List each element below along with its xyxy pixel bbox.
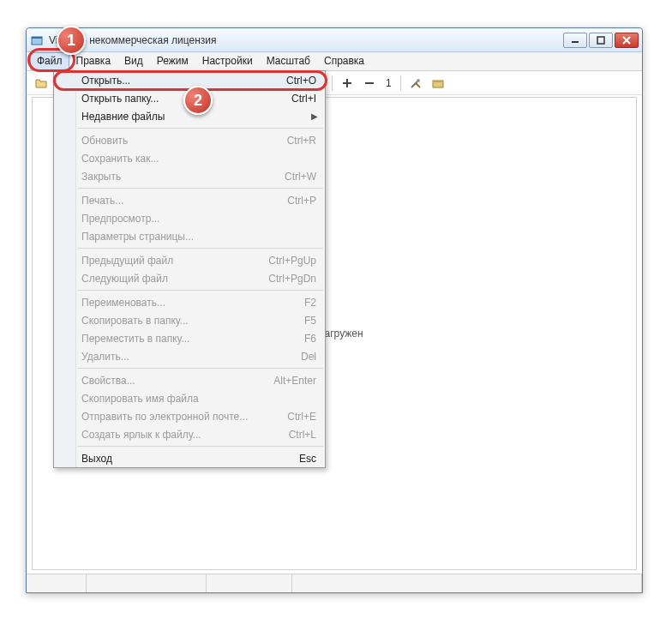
menu-item-label: Переместить в папку... — [81, 333, 304, 345]
menu-item-label: Параметры страницы... — [81, 231, 316, 243]
menu-item: Следующий файлCtrl+PgDn — [54, 269, 325, 287]
menu-item-shortcut: Del — [301, 351, 316, 363]
submenu-arrow-icon: ▶ — [311, 111, 318, 121]
menu-item: ЗакрытьCtrl+W — [54, 167, 325, 185]
menu-item-label: Сохранить как... — [81, 153, 316, 165]
status-cell — [27, 574, 87, 592]
menu-item-label: Печать... — [81, 195, 287, 207]
menu-item-shortcut: Esc — [299, 453, 316, 465]
menu-item: Предыдущий файлCtrl+PgUp — [54, 251, 325, 269]
menubar: ФайлПравкаВидРежимНастройкиМасштабСправк… — [27, 52, 642, 71]
menu-item: Сохранить как... — [54, 149, 325, 167]
menu-item-shortcut: Ctrl+L — [289, 429, 316, 441]
menu-item: Печать...Ctrl+P — [54, 191, 325, 209]
menu-item-label: Скопировать в папку... — [81, 315, 304, 327]
zoom-in-icon[interactable] — [338, 74, 357, 93]
close-button[interactable] — [615, 33, 639, 48]
menu-item: Предпросмотр... — [54, 209, 325, 227]
menu-item-label: Недавние файлы — [81, 111, 316, 123]
status-cell — [292, 574, 642, 592]
menu-файл[interactable]: Файл — [30, 52, 69, 70]
menu-item-shortcut: F5 — [304, 315, 316, 327]
menu-item-shortcut: F6 — [304, 333, 316, 345]
menu-item-shortcut: Ctrl+E — [287, 411, 316, 423]
menu-item: Параметры страницы... — [54, 227, 325, 245]
menu-item-shortcut: Alt+Enter — [273, 375, 316, 387]
menu-item-label: Следующий файл — [81, 273, 268, 285]
toolbar-separator — [332, 75, 333, 91]
menu-separator — [78, 188, 323, 189]
menu-item-label: Предыдущий файл — [81, 255, 268, 267]
zoom-level: 1 — [382, 77, 395, 89]
menu-вид[interactable]: Вид — [117, 52, 150, 70]
menu-item[interactable]: ВыходEsc — [54, 449, 325, 467]
menu-item: Переименовать...F2 — [54, 293, 325, 311]
menu-справка[interactable]: Справка — [317, 52, 371, 70]
menu-separator — [78, 248, 323, 249]
package-icon[interactable] — [429, 74, 447, 93]
menu-item-label: Обновить — [81, 135, 287, 147]
menu-item-label: Отправить по электронной почте... — [81, 411, 287, 423]
toolbar-separator — [400, 75, 401, 91]
menu-item-shortcut: F2 — [304, 297, 316, 309]
window-title: Viewer - некоммерческая лицензия — [49, 34, 563, 46]
menu-item-shortcut: Ctrl+I — [291, 93, 316, 105]
app-icon — [30, 33, 44, 47]
menu-item-label: Открыть... — [81, 75, 286, 87]
menu-separator — [78, 290, 323, 291]
svg-rect-3 — [597, 37, 604, 44]
menu-item-shortcut: Ctrl+R — [287, 135, 316, 147]
svg-line-20 — [416, 83, 420, 87]
menu-режим[interactable]: Режим — [150, 52, 195, 70]
svg-rect-1 — [32, 37, 42, 39]
menu-item[interactable]: Открыть папку...Ctrl+I — [54, 89, 325, 107]
menu-item[interactable]: Открыть...Ctrl+O — [54, 71, 325, 89]
svg-point-19 — [417, 79, 420, 82]
menu-правка[interactable]: Правка — [69, 52, 118, 70]
minimize-button[interactable] — [563, 33, 587, 48]
status-cell — [87, 574, 207, 592]
titlebar: Viewer - некоммерческая лицензия — [27, 28, 642, 52]
window-controls — [563, 33, 639, 48]
menu-item: Переместить в папку...F6 — [54, 329, 325, 347]
menu-separator — [78, 368, 323, 369]
menu-separator — [78, 446, 323, 447]
menu-item-label: Предпросмотр... — [81, 213, 316, 225]
menu-item-shortcut: Ctrl+PgDn — [268, 273, 316, 285]
status-cell — [207, 574, 292, 592]
zoom-out-icon[interactable] — [360, 74, 379, 93]
menu-item-label: Переименовать... — [81, 297, 304, 309]
menu-item: ОбновитьCtrl+R — [54, 131, 325, 149]
svg-rect-22 — [433, 81, 443, 82]
menu-item-shortcut: Ctrl+O — [286, 75, 316, 87]
menu-item-shortcut: Ctrl+P — [287, 195, 316, 207]
menu-separator — [78, 128, 323, 129]
tools-icon[interactable] — [406, 74, 425, 93]
open-icon[interactable] — [32, 74, 51, 93]
menu-item: Создать ярлык к файлу...Ctrl+L — [54, 425, 325, 443]
menu-item: Отправить по электронной почте...Ctrl+E — [54, 407, 325, 425]
menu-item-shortcut: Ctrl+PgUp — [268, 255, 316, 267]
menu-item-label: Скопировать имя файла — [81, 393, 316, 405]
menu-масштаб[interactable]: Масштаб — [260, 52, 317, 70]
menu-item: Свойства...Alt+Enter — [54, 371, 325, 389]
menu-item-shortcut: Ctrl+W — [285, 171, 316, 183]
menu-item[interactable]: Недавние файлы▶ — [54, 107, 325, 125]
file-menu-dropdown: Открыть...Ctrl+OОткрыть папку...Ctrl+IНе… — [53, 70, 326, 468]
menu-настройки[interactable]: Настройки — [195, 52, 260, 70]
menu-item-label: Открыть папку... — [81, 93, 291, 105]
menu-item-label: Свойства... — [81, 375, 273, 387]
statusbar — [27, 574, 642, 592]
menu-item-label: Удалить... — [81, 351, 301, 363]
maximize-button[interactable] — [589, 33, 613, 48]
menu-item-label: Закрыть — [81, 171, 285, 183]
menu-item-label: Выход — [81, 453, 299, 465]
menu-item: Скопировать имя файла — [54, 389, 325, 407]
menu-item-label: Создать ярлык к файлу... — [81, 429, 289, 441]
menu-item: Скопировать в папку...F5 — [54, 311, 325, 329]
menu-item: Удалить...Del — [54, 347, 325, 365]
